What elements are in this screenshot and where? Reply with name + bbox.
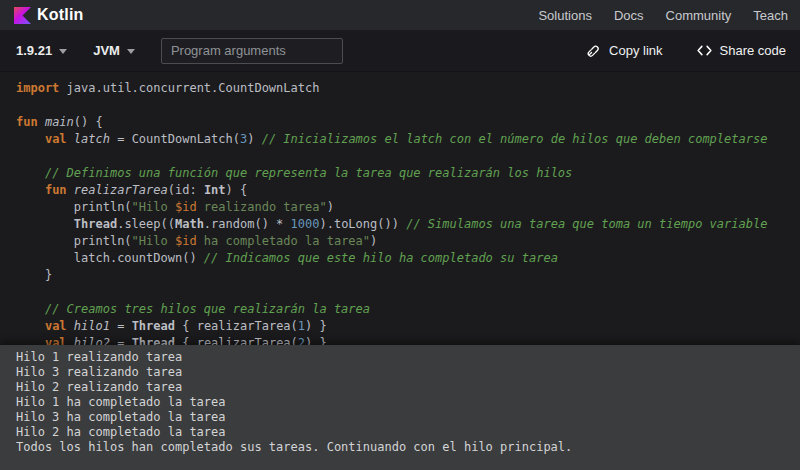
console-line: Hilo 3 realizando tarea: [16, 365, 784, 380]
code-line: println("Hilo $id ha completado la tarea…: [16, 233, 800, 250]
code-editor[interactable]: import java.util.concurrent.CountDownLat…: [0, 72, 800, 345]
code-line: Thread.sleep((Math.random() * 1000).toLo…: [16, 216, 800, 233]
nav-item-teach[interactable]: Teach: [753, 8, 788, 23]
program-arguments-input[interactable]: [161, 38, 343, 64]
code-line: latch.countDown() // Indicamos que este …: [16, 250, 800, 267]
output-console: Hilo 1 realizando tareaHilo 3 realizando…: [0, 345, 800, 470]
code-line: val hilo1 = Thread { realizarTarea(1) }: [16, 318, 800, 335]
kotlin-logo[interactable]: Kotlin: [14, 6, 84, 24]
console-line: Hilo 1 ha completado la tarea: [16, 395, 784, 410]
platform-select[interactable]: JVM: [93, 43, 135, 58]
code-line: fun realizarTarea(id: Int) {: [16, 182, 800, 199]
nav-item-solutions[interactable]: Solutions: [538, 8, 591, 23]
code-line: // Definimos una función que representa …: [16, 165, 800, 182]
code-line: [16, 148, 800, 165]
console-line: Hilo 2 ha completado la tarea: [16, 425, 784, 440]
console-line: Hilo 1 realizando tarea: [16, 350, 784, 365]
share-code-button[interactable]: Share code: [697, 43, 787, 58]
copy-link-label: Copy link: [609, 43, 662, 58]
platform-select-value: JVM: [93, 43, 120, 58]
console-line: Todos los hilos han completado sus tarea…: [16, 440, 784, 455]
code-line: import java.util.concurrent.CountDownLat…: [16, 80, 800, 97]
logo-wordmark: Kotlin: [37, 6, 84, 24]
share-code-label: Share code: [720, 43, 787, 58]
chevron-down-icon: [127, 49, 135, 54]
code-line: [16, 97, 800, 114]
link-icon: [585, 43, 601, 59]
kotlin-playground: Kotlin Solutions Docs Community Teach 1.…: [0, 0, 800, 470]
kotlin-logo-icon: [14, 7, 31, 24]
version-select-value: 1.9.21: [16, 43, 52, 58]
copy-link-button[interactable]: Copy link: [585, 43, 662, 59]
playground-toolbar: 1.9.21 JVM Copy link Share code: [0, 30, 800, 72]
code-brackets-icon: [697, 44, 712, 57]
code-line: fun main() {: [16, 114, 800, 131]
console-line: Hilo 2 realizando tarea: [16, 380, 784, 395]
code-line: [16, 284, 800, 301]
console-line: Hilo 3 ha completado la tarea: [16, 410, 784, 425]
code-line: val latch = CountDownLatch(3) // Inicial…: [16, 131, 800, 148]
nav-item-docs[interactable]: Docs: [614, 8, 644, 23]
app-header: Kotlin Solutions Docs Community Teach: [0, 0, 800, 30]
code-line: }: [16, 267, 800, 284]
code-line: val hilo2 = Thread { realizarTarea(2) }: [16, 335, 800, 345]
version-select[interactable]: 1.9.21: [16, 43, 67, 58]
main-nav: Solutions Docs Community Teach: [538, 8, 788, 23]
code-line: // Creamos tres hilos que realizarán la …: [16, 301, 800, 318]
chevron-down-icon: [59, 49, 67, 54]
code-line: println("Hilo $id realizando tarea"): [16, 199, 800, 216]
nav-item-community[interactable]: Community: [666, 8, 732, 23]
